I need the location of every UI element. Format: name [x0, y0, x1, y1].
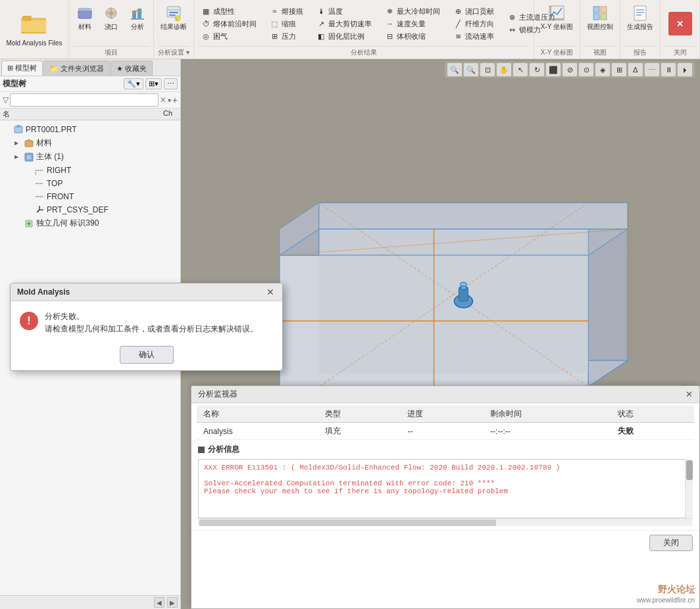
- close-x-button[interactable]: ✕: [668, 12, 692, 36]
- svg-rect-13: [131, 18, 144, 20]
- ribbon-group-analysis-settings: ! 结果诊断 分析设置 ▾: [154, 0, 194, 59]
- dialog-close-button[interactable]: ✕: [265, 287, 276, 297]
- tree-item-standalone-label: 独立几何 标识390: [36, 218, 99, 229]
- svg-rect-24: [601, 7, 607, 12]
- zoom-in-btn[interactable]: 🔍: [447, 63, 462, 76]
- annotation-btn[interactable]: Δ: [628, 63, 643, 76]
- tree-settings-btn[interactable]: 🔧▾: [124, 78, 143, 89]
- view-cube-btn[interactable]: ⬛: [546, 63, 561, 76]
- xy-chart-label: X-Y 坐标图: [541, 23, 573, 31]
- left-panel-bottom: ◀ ▶: [0, 595, 180, 609]
- velocity-vec-btn[interactable]: →速度矢量: [382, 18, 442, 30]
- tab-file-browser[interactable]: 📁 文件夹浏览器: [43, 61, 110, 76]
- svg-rect-2: [21, 20, 46, 32]
- search-dropdown-icon[interactable]: ▾: [168, 97, 171, 104]
- max-cool-time-btn[interactable]: ❄最大冷却时间: [382, 5, 442, 17]
- tab-model-tree[interactable]: ⊞ 模型树: [1, 61, 43, 76]
- tree-item-prt0001[interactable]: PRT0001.PRT: [1, 123, 179, 136]
- plane-front-icon: [34, 191, 45, 202]
- dialog-header: Mold Analysis ✕: [11, 283, 282, 301]
- temp-btn[interactable]: 🌡温度: [313, 5, 374, 17]
- view-control-button[interactable]: 视图控制: [584, 3, 616, 32]
- flow-rate-label: 流动速率: [465, 32, 494, 41]
- section-btn[interactable]: ⊞: [612, 63, 626, 76]
- weld-line-label: 熔接痕: [282, 7, 303, 16]
- tree-search: ▽ ✕ ▾ +: [0, 92, 180, 109]
- moldability-btn[interactable]: ▦成型性: [198, 5, 259, 17]
- temp-label: 温度: [328, 7, 343, 16]
- pause-btn[interactable]: ⏸: [661, 63, 676, 76]
- material-button[interactable]: 材料: [73, 3, 97, 32]
- analysis-button[interactable]: 分析: [126, 3, 149, 32]
- dialog-footer: 确认: [11, 342, 282, 370]
- melt-front-time-btn[interactable]: ⏱熔体前沿时间: [198, 18, 259, 30]
- shading-btn[interactable]: ◈: [595, 63, 610, 76]
- ribbon-group-xy: X-Y 坐标图 X-Y 坐标图: [534, 0, 580, 59]
- rotate-btn[interactable]: ↻: [530, 63, 544, 76]
- tree-item-body[interactable]: ▶ 主体 (1): [1, 150, 179, 164]
- display-mode-btn[interactable]: ⊘: [562, 63, 577, 76]
- flow-rate-btn[interactable]: ≋流动速率: [450, 30, 496, 42]
- svg-rect-5: [78, 8, 91, 11]
- xy-chart-button[interactable]: X-Y 坐标图: [538, 3, 576, 32]
- dialog-ok-button[interactable]: 确认: [120, 346, 174, 364]
- play-btn[interactable]: ⏵: [678, 63, 692, 76]
- tree-item-right-label: RIGHT: [47, 166, 71, 175]
- search-clear-icon[interactable]: ✕: [160, 95, 166, 105]
- standalone-icon: [24, 218, 34, 229]
- generate-report-button[interactable]: 生成报告: [624, 3, 656, 32]
- gate-icon: [102, 4, 120, 22]
- plane-right-icon: ∥: [34, 165, 45, 176]
- tree-more-btn[interactable]: ⋯: [164, 78, 178, 89]
- project-group-label: 项目: [73, 46, 149, 57]
- ribbon-group-project: 材料 浇口: [69, 0, 154, 59]
- ribbon-group-close: ✕ 关闭: [661, 0, 700, 59]
- search-add-icon[interactable]: +: [172, 95, 178, 105]
- analysis-icon: [128, 4, 147, 22]
- pan-btn[interactable]: ✋: [497, 63, 511, 76]
- trapped-air-label: 困气: [213, 32, 228, 41]
- app-logo-icon: [18, 11, 50, 37]
- viewport-toolbar: 🔍 🔍 ⊡ ✋ ↖ ↻ ⬛ ⊘ ⊙ ◈ ⊞ Δ ⋯ ⏸ ⏵: [445, 62, 695, 78]
- wireframe-btn[interactable]: ⊙: [579, 63, 593, 76]
- tree-item-top-label: TOP: [47, 179, 63, 188]
- tree-item-prt0001-label: PRT0001.PRT: [26, 125, 77, 134]
- zoom-fit-btn[interactable]: ⊡: [480, 63, 495, 76]
- tab-favorites[interactable]: ★ 收藏夹: [111, 61, 153, 76]
- model-tree-tab-label: 模型树: [15, 63, 37, 73]
- fiber-orient-btn[interactable]: ╱纤维方向: [450, 18, 496, 30]
- tree-item-prt-csys[interactable]: PRT_CSYS_DEF: [1, 203, 179, 216]
- xy-chart-icon: [547, 4, 566, 22]
- select-btn[interactable]: ↖: [513, 63, 528, 76]
- search-input[interactable]: [10, 93, 159, 107]
- sink-mark-btn[interactable]: ⬚缩痕: [266, 18, 305, 30]
- fiber-orient-label: 纤维方向: [465, 19, 494, 29]
- tree-item-top[interactable]: TOP: [1, 177, 179, 190]
- result-diag-button[interactable]: ! 结果诊断: [158, 3, 189, 32]
- tree-item-front[interactable]: FRONT: [1, 190, 179, 203]
- svg-rect-3: [22, 16, 32, 21]
- trapped-air-btn[interactable]: ◎困气: [198, 30, 259, 42]
- zoom-out-btn[interactable]: 🔍: [464, 63, 478, 76]
- svg-rect-12: [138, 9, 141, 18]
- solidification-btn[interactable]: ◧固化层比例: [313, 30, 374, 42]
- tree-layout-btn[interactable]: ⊞▾: [145, 78, 162, 89]
- max-shear-btn[interactable]: ↗最大剪切速率: [313, 18, 374, 30]
- resize-left-btn[interactable]: ◀: [154, 597, 164, 608]
- resize-right-btn[interactable]: ▶: [167, 597, 178, 608]
- gate-contrib-btn[interactable]: ⊕浇口贡献: [450, 5, 496, 17]
- analysis-settings-label: 分析设置 ▾: [158, 46, 189, 57]
- tree-item-right[interactable]: ∥ RIGHT: [1, 164, 179, 177]
- view-control-label: 视图控制: [587, 23, 613, 31]
- moldability-label: 成型性: [213, 7, 235, 16]
- more-view-btn[interactable]: ⋯: [645, 63, 659, 76]
- svg-line-42: [37, 210, 39, 212]
- pressure-btn[interactable]: ⊞压力: [266, 30, 305, 42]
- weld-line-btn[interactable]: ≈熔接痕: [266, 5, 305, 17]
- vol-shrink-btn[interactable]: ⊟体积收缩: [382, 30, 442, 42]
- gate-button[interactable]: 浇口: [99, 3, 123, 32]
- app-logo[interactable]: Mold Analysis Files: [0, 0, 69, 59]
- tree-item-material[interactable]: ▶ 材料: [1, 136, 179, 150]
- mold-analysis-dialog: Mold Analysis ✕ ! 分析失败。 请检查模型几何和加工条件，或者查…: [10, 283, 283, 371]
- tree-item-standalone[interactable]: 独立几何 标识390: [1, 216, 179, 230]
